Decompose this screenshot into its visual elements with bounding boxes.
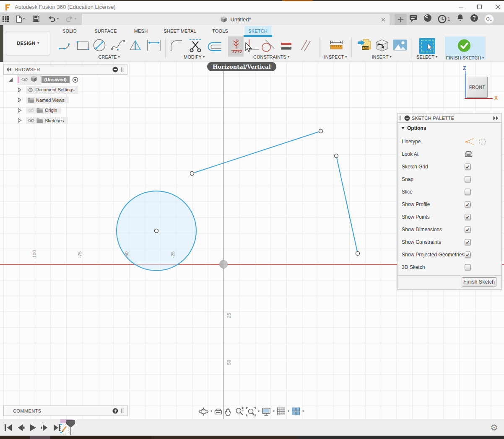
circle-tool-icon[interactable]	[91, 38, 107, 53]
grid-dropdown[interactable]: ▾	[288, 410, 289, 413]
go-to-start-button[interactable]	[4, 424, 13, 431]
show-profile-checkbox[interactable]: ✓	[465, 201, 471, 208]
finish-sketch-check-icon[interactable]	[457, 39, 471, 52]
workspace-switcher-button[interactable]: DESIGN▾	[6, 31, 50, 55]
show-dimensions-checkbox[interactable]: ✓	[465, 227, 471, 233]
document-tab[interactable]: Untitled*	[82, 14, 390, 25]
maximize-button[interactable]	[476, 4, 482, 10]
browser-item-document-settings[interactable]: ⚙Document Settings	[17, 85, 78, 94]
expand-arrow-icon[interactable]	[17, 118, 23, 123]
sketch-grid-checkbox[interactable]: ✓	[465, 164, 471, 170]
fillet-tool-icon[interactable]	[169, 39, 185, 52]
line-tool-icon[interactable]	[58, 39, 73, 52]
sketch-point[interactable]	[155, 229, 158, 233]
tab-solid[interactable]: SOLID	[59, 26, 81, 36]
orbit-icon[interactable]	[199, 407, 208, 416]
comments-panel-header[interactable]: COMMENTS	[3, 405, 128, 416]
save-button[interactable]	[33, 15, 39, 22]
timeline-playhead[interactable]	[66, 420, 75, 428]
viewports-dropdown[interactable]: ▾	[302, 410, 304, 413]
inspect-dropdown[interactable]: INSPECT▾	[324, 54, 347, 59]
play-button[interactable]	[29, 424, 37, 431]
rectangle-tool-icon[interactable]	[76, 40, 90, 52]
new-tab-button[interactable]	[395, 14, 407, 25]
fit-dropdown[interactable]: ▾	[258, 410, 260, 413]
select-tool-icon[interactable]	[419, 38, 436, 54]
tab-close-icon[interactable]	[381, 17, 385, 23]
minimize-button[interactable]	[458, 4, 464, 10]
remove-panel-icon[interactable]	[404, 115, 410, 121]
expand-arrow-icon[interactable]	[17, 108, 23, 113]
create-dropdown[interactable]: CREATE▾	[99, 54, 120, 59]
sketch-point[interactable]	[335, 154, 338, 158]
timeline-settings-gear-icon[interactable]: ⚙	[490, 423, 498, 432]
expand-arrow-icon[interactable]	[17, 87, 23, 93]
offset-tool-icon[interactable]	[206, 41, 223, 52]
step-back-button[interactable]	[16, 424, 25, 431]
insert-image-icon[interactable]	[393, 39, 407, 51]
add-comment-icon[interactable]	[112, 408, 118, 414]
pan-icon[interactable]	[224, 407, 233, 416]
sketch-point[interactable]	[356, 252, 360, 256]
tab-surface[interactable]: SURFACE	[91, 26, 120, 36]
finish-sketch-palette-button[interactable]: Finish Sketch	[462, 277, 496, 287]
visibility-icon[interactable]	[21, 76, 28, 83]
expand-collapse-icon[interactable]	[8, 77, 13, 83]
look-at-icon[interactable]	[465, 151, 473, 158]
panel-grip[interactable]	[121, 408, 124, 413]
show-projected-geometries-checkbox[interactable]: ✓	[465, 252, 471, 258]
undo-button[interactable]: ▾	[47, 15, 59, 23]
sketch-line-2[interactable]	[336, 156, 358, 253]
tangent-constraint-button[interactable]	[260, 39, 276, 54]
sketch-point[interactable]	[190, 172, 194, 176]
look-at-icon[interactable]	[214, 408, 222, 415]
user-avatar[interactable]: CL	[484, 14, 494, 24]
show-points-checkbox[interactable]: ✓	[465, 214, 471, 220]
redo-button[interactable]: ▾	[65, 15, 76, 23]
viewports-icon[interactable]	[291, 407, 300, 416]
job-status-icon[interactable]	[423, 14, 432, 24]
insert-mesh-icon[interactable]	[375, 39, 389, 52]
tab-mesh[interactable]: MESH	[130, 26, 152, 36]
file-menu-button[interactable]: ▾	[16, 15, 25, 23]
constraints-dropdown[interactable]: CONSTRAINTS▾	[253, 54, 289, 59]
grid-snap-icon[interactable]	[277, 407, 286, 416]
options-section-header[interactable]: Options	[401, 125, 426, 131]
horizontal-vertical-constraint-button[interactable]	[230, 39, 242, 55]
parallel-constraint-button[interactable]	[298, 39, 312, 53]
browser-item-sketches[interactable]: Sketches	[17, 116, 68, 125]
tab-sketch[interactable]: SKETCH	[244, 26, 271, 36]
tab-sheet-metal[interactable]: SHEET METAL	[160, 26, 200, 36]
display-dropdown[interactable]: ▾	[273, 410, 275, 413]
orbit-dropdown[interactable]: ▾	[210, 410, 212, 413]
insert-svg-icon[interactable]: SVG	[357, 38, 372, 53]
insert-dropdown[interactable]: INSERT▾	[372, 54, 391, 59]
modify-dropdown[interactable]: MODIFY▾	[184, 54, 205, 59]
slice-checkbox[interactable]	[465, 189, 471, 195]
show-constraints-checkbox[interactable]: ✓	[465, 239, 471, 245]
trim-tool-icon[interactable]	[188, 39, 203, 53]
mirror-tool-icon[interactable]	[128, 39, 143, 52]
step-forward-button[interactable]	[41, 424, 49, 431]
expand-arrow-icon[interactable]	[17, 97, 23, 103]
view-cube[interactable]: FRONT	[467, 77, 488, 98]
activate-radio-icon[interactable]	[72, 77, 78, 83]
spline-tool-icon[interactable]	[110, 39, 126, 51]
dimension-tool-icon[interactable]	[145, 39, 162, 52]
browser-item-named-views[interactable]: Named Views	[17, 96, 69, 104]
browser-root-row[interactable]: (Unsaved)	[8, 75, 78, 84]
display-settings-icon[interactable]	[262, 407, 271, 416]
help-icon[interactable]: ?	[470, 14, 478, 24]
sketch-line-1[interactable]	[192, 131, 321, 173]
sketch-point[interactable]	[319, 129, 323, 133]
panel-grip[interactable]	[399, 116, 401, 120]
construction-line-icon[interactable]	[465, 138, 475, 145]
bell-icon[interactable]	[456, 14, 464, 24]
snap-checkbox[interactable]	[465, 176, 471, 183]
equal-constraint-button[interactable]	[280, 41, 293, 52]
sketch-palette-header[interactable]: SKETCH PALETTE	[397, 113, 502, 123]
zoom-icon[interactable]	[235, 407, 244, 416]
3d-sketch-checkbox[interactable]	[465, 264, 471, 271]
go-to-end-button[interactable]	[53, 424, 61, 431]
root-document-name[interactable]: (Unsaved)	[42, 76, 70, 83]
